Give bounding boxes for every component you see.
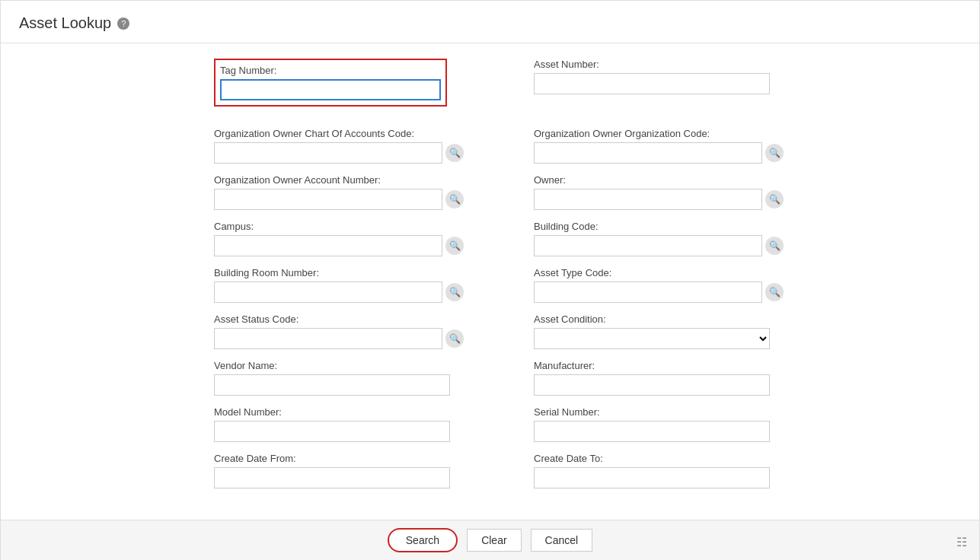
create-date-from-input[interactable]: [214, 467, 450, 488]
owner-label: Owner:: [534, 174, 793, 186]
model-number-input[interactable]: [214, 421, 450, 442]
org-chart-input[interactable]: [214, 142, 442, 164]
org-account-number-input[interactable]: [214, 189, 442, 210]
manufacturer-group: Manufacturer:: [534, 360, 793, 396]
org-org-code-input[interactable]: [534, 142, 762, 164]
campus-input[interactable]: [214, 235, 442, 256]
building-code-group: Building Code: 🔍: [534, 221, 793, 256]
building-code-search-btn[interactable]: 🔍: [765, 237, 784, 255]
manufacturer-label: Manufacturer:: [534, 360, 793, 371]
help-icon[interactable]: ?: [117, 18, 129, 30]
building-room-number-search-btn[interactable]: 🔍: [445, 283, 464, 301]
tag-number-group: Tag Number:: [214, 59, 473, 117]
campus-wrapper: 🔍: [214, 235, 473, 256]
asset-condition-select[interactable]: [534, 328, 770, 349]
building-code-label: Building Code:: [534, 221, 793, 232]
create-date-to-wrapper: [534, 467, 793, 488]
tag-number-wrapper: Tag Number:: [214, 59, 447, 107]
asset-number-label: Asset Number:: [534, 59, 793, 70]
asset-type-code-wrapper: 🔍: [534, 282, 793, 303]
manufacturer-wrapper: [534, 374, 793, 396]
org-chart-search-btn[interactable]: 🔍: [445, 144, 464, 162]
create-date-from-label: Create Date From:: [214, 453, 473, 464]
org-org-code-wrapper: 🔍: [534, 142, 793, 164]
asset-type-code-input[interactable]: [534, 282, 762, 303]
serial-number-label: Serial Number:: [534, 406, 793, 418]
manufacturer-input[interactable]: [534, 374, 770, 396]
campus-group: Campus: 🔍: [214, 221, 473, 256]
create-date-to-group: Create Date To:: [534, 453, 793, 488]
org-account-number-label: Organization Owner Account Number:: [214, 174, 473, 186]
org-account-number-search-btn[interactable]: 🔍: [445, 190, 464, 208]
form-area: Tag Number: Asset Number: Organization O…: [1, 43, 979, 560]
page-title: Asset Lookup: [19, 14, 111, 32]
asset-type-code-search-btn[interactable]: 🔍: [765, 283, 784, 301]
create-date-to-input[interactable]: [534, 467, 770, 488]
vendor-name-group: Vendor Name:: [214, 360, 473, 396]
building-code-wrapper: 🔍: [534, 235, 793, 256]
owner-search-btn[interactable]: 🔍: [765, 190, 784, 208]
asset-number-input[interactable]: [534, 73, 770, 94]
org-chart-group: Organization Owner Chart Of Accounts Cod…: [214, 128, 473, 164]
org-account-number-group: Organization Owner Account Number: 🔍: [214, 174, 473, 210]
page-header: Asset Lookup ?: [1, 1, 979, 43]
asset-status-code-label: Asset Status Code:: [214, 313, 473, 325]
asset-number-group: Asset Number:: [534, 59, 793, 117]
owner-wrapper: 🔍: [534, 189, 793, 210]
model-number-label: Model Number:: [214, 406, 473, 418]
campus-search-btn[interactable]: 🔍: [445, 237, 464, 255]
building-room-number-label: Building Room Number:: [214, 267, 473, 278]
building-room-number-group: Building Room Number: 🔍: [214, 267, 473, 303]
asset-status-code-group: Asset Status Code: 🔍: [214, 313, 473, 349]
org-org-code-group: Organization Owner Organization Code: 🔍: [534, 128, 793, 164]
asset-status-code-input[interactable]: [214, 328, 442, 349]
create-date-from-wrapper: [214, 467, 473, 488]
grid-icon[interactable]: ☷: [956, 535, 967, 549]
form-grid: Tag Number: Asset Number: Organization O…: [214, 59, 949, 499]
org-chart-label: Organization Owner Chart Of Accounts Cod…: [214, 128, 473, 139]
model-number-wrapper: [214, 421, 473, 442]
asset-number-wrapper: [534, 73, 793, 94]
serial-number-group: Serial Number:: [534, 406, 793, 442]
asset-status-code-wrapper: 🔍: [214, 328, 473, 349]
building-room-number-input[interactable]: [214, 282, 442, 303]
create-date-to-label: Create Date To:: [534, 453, 793, 464]
owner-group: Owner: 🔍: [534, 174, 793, 210]
asset-type-code-label: Asset Type Code:: [534, 267, 793, 278]
create-date-from-group: Create Date From:: [214, 453, 473, 488]
clear-button[interactable]: Clear: [467, 529, 521, 552]
vendor-name-wrapper: [214, 374, 473, 396]
serial-number-wrapper: [534, 421, 793, 442]
asset-condition-label: Asset Condition:: [534, 313, 793, 325]
asset-status-code-search-btn[interactable]: 🔍: [445, 329, 464, 348]
model-number-group: Model Number:: [214, 406, 473, 442]
owner-input[interactable]: [534, 189, 762, 210]
footer-bar: Search Clear Cancel: [1, 520, 979, 560]
asset-type-code-group: Asset Type Code: 🔍: [534, 267, 793, 303]
page-container: Asset Lookup ? Tag Number: Asset Number:: [0, 0, 980, 560]
campus-label: Campus:: [214, 221, 473, 232]
building-room-number-wrapper: 🔍: [214, 282, 473, 303]
vendor-name-label: Vendor Name:: [214, 360, 473, 371]
org-org-code-search-btn[interactable]: 🔍: [765, 144, 784, 162]
tag-number-input[interactable]: [220, 79, 441, 100]
org-chart-wrapper: 🔍: [214, 142, 473, 164]
tag-number-label: Tag Number:: [220, 65, 441, 76]
serial-number-input[interactable]: [534, 421, 770, 442]
asset-condition-wrapper: [534, 328, 793, 349]
cancel-button[interactable]: Cancel: [531, 529, 593, 552]
org-org-code-label: Organization Owner Organization Code:: [534, 128, 793, 139]
org-account-number-wrapper: 🔍: [214, 189, 473, 210]
asset-condition-group: Asset Condition:: [534, 313, 793, 349]
vendor-name-input[interactable]: [214, 374, 450, 396]
search-button[interactable]: Search: [388, 528, 458, 552]
building-code-input[interactable]: [534, 235, 762, 256]
